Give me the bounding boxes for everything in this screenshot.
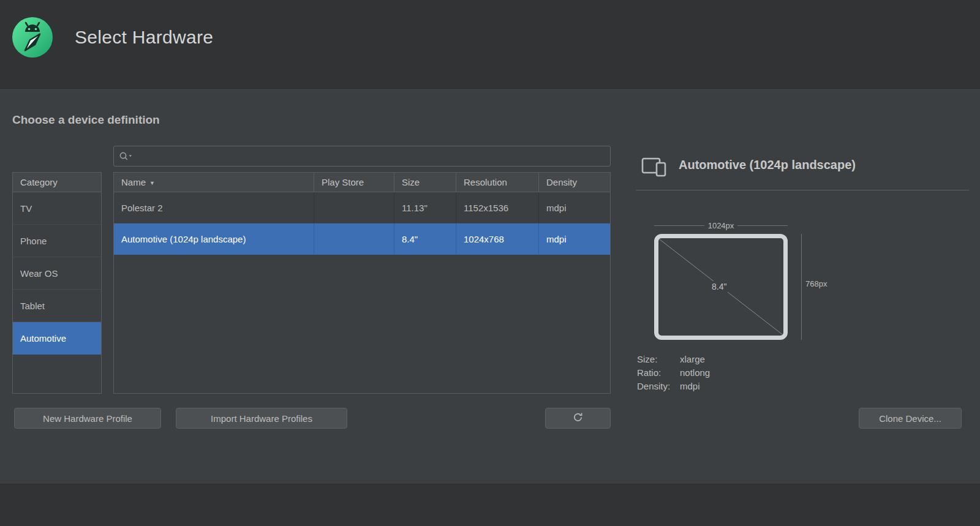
spec-ratio: Ratio: notlong <box>637 366 710 379</box>
import-hardware-profiles-button[interactable]: Import Hardware Profiles <box>176 408 347 429</box>
device-table: Name▼ Play Store Size Resolution Density… <box>113 172 611 394</box>
diagram-height-label: 768px <box>805 279 827 288</box>
category-item-tv[interactable]: TV <box>13 192 101 225</box>
column-header-name-label: Name <box>121 177 146 187</box>
column-header-name[interactable]: Name▼ <box>114 173 314 192</box>
spec-density: Density: mdpi <box>637 379 710 393</box>
device-row-polestar-2[interactable]: Polestar 2 11.13" 1152x1536 mdpi <box>114 192 610 224</box>
detail-device-title: Automotive (1024p landscape) <box>679 158 856 172</box>
search-field[interactable] <box>113 146 611 167</box>
cell-density: mdpi <box>539 224 610 254</box>
spec-density-label: Density: <box>637 381 680 391</box>
device-screen-diagram: 8.4" <box>654 234 788 340</box>
search-input[interactable] <box>137 151 605 162</box>
detail-divider <box>636 190 969 190</box>
cell-name: Polestar 2 <box>114 192 314 223</box>
cell-play-store <box>314 224 394 254</box>
cell-resolution: 1024x768 <box>456 224 539 254</box>
device-specs: Size: xlarge Ratio: notlong Density: mdp… <box>637 352 710 393</box>
new-hardware-profile-button[interactable]: New Hardware Profile <box>14 408 161 429</box>
diagram-diagonal-label: 8.4" <box>709 281 729 292</box>
column-header-resolution[interactable]: Resolution <box>456 173 539 192</box>
cell-size: 8.4" <box>394 224 456 254</box>
diagram-width-measure: 1024px <box>654 220 788 230</box>
spec-ratio-label: Ratio: <box>637 367 680 378</box>
measure-line <box>737 225 788 226</box>
device-row-automotive-1024p[interactable]: Automotive (1024p landscape) 8.4" 1024x7… <box>114 224 610 255</box>
cell-name: Automotive (1024p landscape) <box>114 224 314 254</box>
cell-size: 11.13" <box>394 192 456 223</box>
dialog-title: Select Hardware <box>75 27 213 48</box>
cell-play-store <box>314 192 394 223</box>
spec-ratio-value: notlong <box>680 367 710 378</box>
device-table-header: Name▼ Play Store Size Resolution Density <box>114 173 610 192</box>
spec-size-value: xlarge <box>680 354 705 364</box>
refresh-button[interactable] <box>545 408 611 429</box>
category-item-wear-os[interactable]: Wear OS <box>13 257 101 290</box>
sort-descending-icon: ▼ <box>149 180 155 186</box>
category-item-automotive[interactable]: Automotive <box>13 322 101 355</box>
dialog-footer: ? Cancel Previous Next Finish <box>0 484 980 526</box>
category-item-phone[interactable]: Phone <box>13 225 101 257</box>
hardware-device-icon <box>641 156 668 180</box>
refresh-icon <box>573 412 583 424</box>
clone-device-button[interactable]: Clone Device... <box>859 408 962 429</box>
android-studio-logo-icon <box>11 16 54 59</box>
cell-resolution: 1152x1536 <box>456 192 539 223</box>
spec-size: Size: xlarge <box>637 352 710 366</box>
cell-density: mdpi <box>539 192 610 223</box>
diagram-width-label: 1024px <box>708 221 734 230</box>
measure-line <box>654 225 704 226</box>
spec-size-label: Size: <box>637 354 680 364</box>
category-panel: Category TV Phone Wear OS Tablet Automot… <box>12 172 102 394</box>
column-header-size[interactable]: Size <box>394 173 456 192</box>
dialog-header: Select Hardware <box>0 0 980 89</box>
search-icon <box>119 151 133 161</box>
diagram-height-measure-line <box>801 234 802 340</box>
category-column-header: Category <box>13 173 101 192</box>
column-header-play-store[interactable]: Play Store <box>314 173 394 192</box>
column-header-density[interactable]: Density <box>539 173 610 192</box>
section-heading: Choose a device definition <box>12 113 160 127</box>
category-item-tablet[interactable]: Tablet <box>13 290 101 322</box>
spec-density-value: mdpi <box>680 381 700 391</box>
